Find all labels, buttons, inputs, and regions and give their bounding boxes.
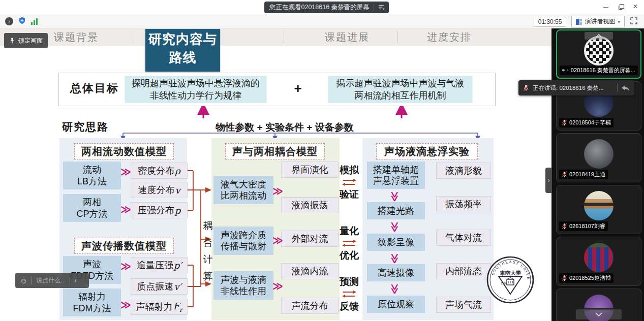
avatar <box>584 243 614 272</box>
network-signal-icon[interactable] <box>31 18 38 25</box>
research-approach-label: 研究思路 <box>62 120 109 134</box>
chevron-right-icon: ≫ <box>120 299 130 311</box>
box-cross-medium-propagation: 声波跨介质传播与散射 <box>213 227 273 255</box>
header-acoustic-two-phase-coupling: 声与两相耦合模型 <box>225 143 325 159</box>
chevron-down-icon: ≫ <box>389 284 401 294</box>
quantify-optimize-exchange: 量化 优化 <box>338 224 361 262</box>
restore-button[interactable] <box>614 0 629 13</box>
header-acoustic-propagation-model: 声波传播数值模型 <box>74 238 174 254</box>
goal-left-box: 探明超声驻波声场中悬浮液滴的非线性动力学行为规律 <box>125 76 267 103</box>
view-mode-button[interactable]: 演讲者视图 ▾ <box>571 16 625 27</box>
mic-muted-icon <box>523 84 529 91</box>
meeting-timer: 01:30:55 <box>534 17 567 27</box>
participant-tile-wangtong[interactable]: 02018419王通 <box>556 133 641 182</box>
chevron-right-icon: ≫ <box>272 280 282 292</box>
box-external-convection: 外部对流 <box>281 231 339 247</box>
participant-tile-zhaohaobo[interactable]: 02018525赵浩博 <box>556 237 641 286</box>
box-lb-method: 流动LB方法 <box>63 162 121 189</box>
mic-on-icon <box>567 67 569 74</box>
participant-label: 02018419王通 <box>559 170 608 179</box>
svg-text:1902: 1902 <box>501 282 508 285</box>
header-levitation-experiment: 声场液滴悬浮实验 <box>376 143 478 159</box>
box-acoustic-streaming: 声流分布 <box>281 298 339 314</box>
coupling-computation-label: 耦合计算 <box>202 217 214 284</box>
chevron-right-icon: ≫ <box>272 185 282 197</box>
box-high-speed-camera: 高速摄像 <box>367 264 425 281</box>
participants-sidebar: 02018616 秦楚晋的屏幕... 02018504于芊楠 02018419王… <box>551 28 644 321</box>
mic-muted-icon <box>562 171 567 178</box>
box-schlieren-imaging: 纹影呈像 <box>367 234 425 251</box>
box-droplet-oscillation: 液滴振荡 <box>281 197 339 213</box>
box-particle-velocity: 质点振速v′ <box>131 278 188 295</box>
speaking-banner: 正在讲话: 02018616 秦楚... <box>518 80 634 95</box>
scroll-down-button[interactable] <box>576 309 622 319</box>
avatar <box>584 139 614 169</box>
banner-menu-icon[interactable] <box>378 3 385 12</box>
box-build-optical-path: 搭建光路 <box>367 202 425 219</box>
chevron-right-icon: ≫ <box>272 234 282 246</box>
goal-plus-sign: + <box>289 81 307 97</box>
chat-input-bar[interactable]: ☺ 说点什么... ‹ <box>15 273 89 288</box>
box-build-levitation-device: 搭建单轴超声悬浮装置 <box>367 162 425 189</box>
chevron-down-icon: ≫ <box>389 253 401 263</box>
header-two-phase-flow-model: 两相流动数值模型 <box>74 143 174 159</box>
box-droplet-internal-flow: 液滴内流 <box>281 263 339 279</box>
box-high-density-ratio-flow: 液气大密度比两相流动 <box>213 176 273 204</box>
watching-banner: 您正在观看02018616 秦楚晋的屏幕 <box>264 2 389 13</box>
svg-text:東南大學: 東南大學 <box>500 270 522 276</box>
emoji-icon[interactable]: ☺ <box>20 276 27 285</box>
participant-label: 02018504于芊楠 <box>559 118 614 127</box>
chat-collapse-icon[interactable]: ‹ <box>74 276 77 284</box>
box-acoustic-airflow: 声场气流 <box>436 297 491 313</box>
box-acoustic-radiation-force: 声辐射力Fr <box>131 299 188 315</box>
watching-banner-text: 您正在观看02018616 秦楚晋的屏幕 <box>269 3 370 12</box>
speaking-banner-text: 正在讲话: 02018616 秦楚... <box>533 84 614 92</box>
box-gas-convection: 气体对流 <box>436 230 491 246</box>
box-internal-flow-state: 内部流态 <box>436 263 491 279</box>
chevron-right-icon: ≫ <box>120 260 130 272</box>
box-in-situ-observation: 原位观察 <box>367 296 425 313</box>
meeting-toolbar: i 01:30:55 演讲者视图 ▾ <box>0 14 644 28</box>
box-nonlinear-interaction: 声波与液滴非线性作用 <box>213 271 273 300</box>
sidebar-collapse-tab[interactable]: › <box>545 168 552 193</box>
overall-goal-label: 总体目标 <box>70 81 121 96</box>
simulate-verify-exchange: 模拟 验证 <box>338 164 361 201</box>
scroll-up-button[interactable] <box>585 32 613 40</box>
chevron-down-icon: ≫ <box>389 191 401 201</box>
chevron-right-icon: ≫ <box>120 166 130 178</box>
box-excess-pressure: 逾量压强p′ <box>131 257 188 273</box>
box-density-distribution: 密度分布ρ <box>131 163 188 179</box>
participant-tile-qinchujin[interactable]: 02018616 秦楚晋的屏幕... <box>556 29 641 79</box>
participant-tile-liurui[interactable]: 02618107刘睿 <box>556 185 641 234</box>
box-pressure-distribution: 压强分布p <box>131 202 188 218</box>
reply-arrow-icon[interactable] <box>621 85 630 91</box>
info-icon[interactable]: i <box>5 17 13 25</box>
box-velocity-distribution: 速度分布v <box>131 182 188 198</box>
security-shield-icon[interactable] <box>18 17 26 26</box>
mic-muted-icon <box>562 119 567 126</box>
minimize-button[interactable] <box>598 0 614 13</box>
window-titlebar: 您正在观看02018616 秦楚晋的屏幕 × <box>0 0 644 14</box>
box-oscillation-frequency: 振荡频率 <box>436 196 491 212</box>
participant-label: 02018525赵浩博 <box>559 273 614 283</box>
chat-placeholder[interactable]: 说点什么... <box>36 276 66 285</box>
parameters-text: 物性参数 + 实验条件 + 设备参数 <box>183 121 386 134</box>
chevron-down-icon: ≫ <box>389 222 401 232</box>
box-cp-method: 两相CP方法 <box>63 194 121 222</box>
screen-share-icon <box>562 68 565 73</box>
close-button[interactable]: × <box>628 0 643 13</box>
layout-icon <box>576 19 582 25</box>
fullscreen-button[interactable] <box>630 17 638 27</box>
box-droplet-morphology: 液滴形貌 <box>436 163 491 179</box>
chevron-right-icon: ≫ <box>120 203 130 215</box>
avatar <box>584 191 614 220</box>
mic-muted-icon <box>562 223 567 230</box>
participant-label: 02018616 秦楚晋的屏幕... <box>560 66 638 75</box>
participant-tile-partial[interactable] <box>556 288 641 321</box>
university-seal: SOUTHEAST UNIVERSITY 東南大學 1902 <box>486 255 535 304</box>
participant-label: 02618107刘睿 <box>559 221 608 231</box>
box-fdm-method: 辐射力FDM方法 <box>63 288 121 316</box>
chevron-down-icon: ▾ <box>618 19 620 24</box>
goal-right-box: 揭示超声驻波声场中声波与气液两相流的相互作用机制 <box>328 76 473 103</box>
avatar <box>584 36 614 66</box>
